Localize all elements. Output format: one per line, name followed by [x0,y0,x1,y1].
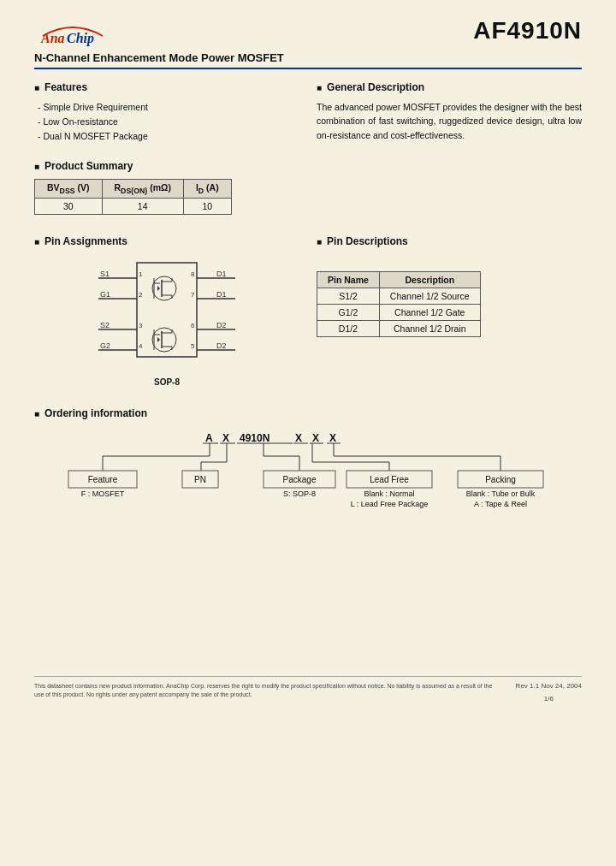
product-summary-title: Product Summary [34,160,582,172]
page-header: Ana Chip AF4910N [34,17,582,48]
logo-svg: Ana Chip [34,17,111,48]
summary-val-id: 10 [183,199,231,215]
ordering-section: Ordering information A X 4910N X X X [34,407,582,531]
summary-val-rds: 14 [102,199,183,215]
feature-item-2: - Low On-resistance [38,115,299,129]
svg-text:S: SOP-8: S: SOP-8 [283,489,316,498]
pin-desc-row-s12: S1/2 Channel 1/2 Source [317,288,481,305]
pin-desc-d12: Channel 1/2 Drain [379,321,480,337]
svg-text:Lead Free: Lead Free [370,475,409,484]
pin-desc-s12: Channel 1/2 Source [379,288,480,305]
sop8-diagram-svg: S1 1 G1 2 S2 3 G2 4 [90,254,244,374]
summary-val-bvdss: 30 [35,199,103,215]
pin-descriptions-table: Pin Name Description S1/2 Channel 1/2 So… [317,271,481,337]
svg-text:8: 8 [191,270,195,278]
svg-text:A: A [205,432,213,444]
pin-desc-row-d12: D1/2 Channel 1/2 Drain [317,321,481,337]
svg-text:5: 5 [191,342,195,350]
svg-text:7: 7 [191,291,195,299]
pin-assignments-section: Pin Assignments S1 1 G1 2 S2 3 [34,235,299,387]
svg-text:G1: G1 [100,290,110,299]
pin-descriptions-section: Pin Descriptions Pin Name Description S1… [317,235,582,387]
feature-item-1: - Simple Drive Requirement [38,100,299,115]
svg-text:D1: D1 [216,290,227,299]
svg-text:Packing: Packing [485,475,516,484]
features-section: Features - Simple Drive Requirement - Lo… [34,81,299,143]
svg-text:6: 6 [191,322,195,329]
svg-text:X: X [312,432,319,444]
spacer [34,548,582,667]
general-description-text: The advanced power MOSFET provides the d… [317,100,582,142]
footer: This datasheet contains new product info… [34,676,582,703]
pin-name-d12: D1/2 [317,321,380,337]
svg-text:Chip: Chip [67,31,94,46]
pin-assignments-title: Pin Assignments [34,235,299,247]
pin-diagram-wrapper: S1 1 G1 2 S2 3 G2 4 [34,254,299,387]
footer-right: Rev 1.1 Nov 24, 2004 1/6 [516,682,582,703]
page-subtitle: N-Channel Enhancement Mode Power MOSFET [34,51,582,69]
general-description-section: General Description The advanced power M… [317,81,582,143]
svg-text:X: X [295,432,302,444]
svg-text:S1: S1 [100,270,110,278]
svg-text:F : MOSFET: F : MOSFET [81,489,125,498]
pin-desc-g12: Channel 1/2 Gate [379,305,480,321]
pin-desc-header-desc: Description [379,272,480,288]
svg-text:A : Tape & Reel: A : Tape & Reel [474,500,527,508]
svg-text:Blank : Normal: Blank : Normal [364,489,414,498]
svg-text:4: 4 [139,342,143,350]
svg-text:D1: D1 [216,270,227,278]
features-list: - Simple Drive Requirement - Low On-resi… [34,100,299,143]
features-title: Features [34,81,299,93]
pin-name-g12: G1/2 [317,305,380,321]
summary-col-id: ID (A) [183,180,231,199]
general-description-title: General Description [317,81,582,93]
svg-text:D2: D2 [216,321,227,329]
pin-name-s12: S1/2 [317,288,380,305]
svg-text:L : Lead Free Package: L : Lead Free Package [351,500,429,508]
pin-desc-header-name: Pin Name [317,272,380,288]
svg-text:S2: S2 [100,321,110,329]
svg-text:Blank : Tube or Bulk: Blank : Tube or Bulk [466,489,536,498]
pin-section: Pin Assignments S1 1 G1 2 S2 3 [34,235,582,387]
footer-revision: Rev 1.1 Nov 24, 2004 [516,682,582,690]
svg-text:X: X [222,432,229,444]
footer-disclaimer: This datasheet contains new product info… [34,682,499,699]
ordering-svg: A X 4910N X X X [34,426,582,529]
sop8-label: SOP-8 [154,377,180,387]
product-summary-section: Product Summary BVDSS (V) RDS(ON) (mΩ) I… [34,160,582,215]
pin-descriptions-title: Pin Descriptions [317,235,582,247]
ordering-title: Ordering information [34,407,582,419]
svg-text:PN: PN [194,475,206,484]
part-number: AF4910N [473,17,582,44]
pin-desc-row-g12: G1/2 Channel 1/2 Gate [317,305,481,321]
svg-text:2: 2 [139,291,143,299]
company-logo: Ana Chip [34,17,111,48]
svg-text:3: 3 [139,322,143,329]
features-description-row: Features - Simple Drive Requirement - Lo… [34,81,582,143]
summary-col-rds: RDS(ON) (mΩ) [102,180,183,199]
svg-text:X: X [329,432,336,444]
svg-text:Feature: Feature [88,475,118,484]
svg-text:Ana: Ana [40,31,65,45]
summary-col-bvdss: BVDSS (V) [35,180,103,199]
svg-text:G2: G2 [100,341,110,350]
footer-page: 1/6 [516,695,582,703]
svg-text:1: 1 [139,270,143,278]
svg-text:D2: D2 [216,341,227,350]
svg-text:Package: Package [283,475,317,484]
summary-table: BVDSS (V) RDS(ON) (mΩ) ID (A) 30 14 10 [34,179,232,215]
feature-item-3: - Dual N MOSFET Package [38,129,299,144]
ordering-diagram: A X 4910N X X X [34,426,582,531]
svg-text:4910N: 4910N [240,432,270,444]
